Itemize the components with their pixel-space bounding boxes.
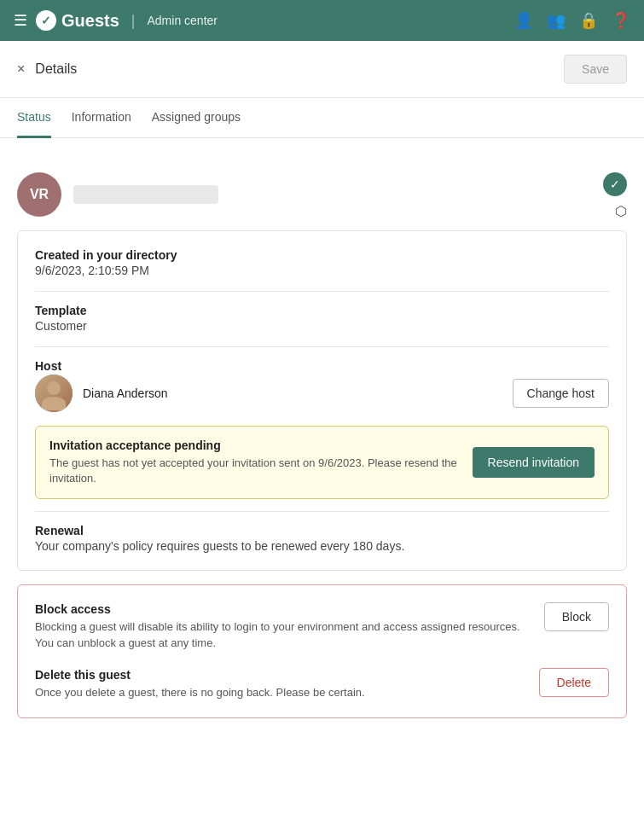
invitation-desc: The guest has not yet accepted your invi… (49, 456, 459, 486)
block-text: Block access Blocking a guest will disab… (35, 602, 531, 650)
delete-guest-row: Delete this guest Once you delete a gues… (35, 668, 609, 700)
verified-badge: ✓ (603, 172, 627, 196)
save-button[interactable]: Save (564, 55, 627, 84)
info-card: Created in your directory 9/6/2023, 2:10… (17, 230, 627, 571)
nav-icons: 👤 👥 🔒 ❓ (514, 11, 630, 30)
close-button[interactable]: × (17, 61, 25, 77)
top-navigation: ☰ Guests | Admin center 👤 👥 🔒 ❓ (0, 0, 644, 41)
block-label: Block access (35, 602, 531, 616)
block-desc: Blocking a guest will disable its abilit… (35, 619, 531, 650)
invitation-banner: Invitation acceptance pending The guest … (35, 426, 609, 499)
header-bar: × Details Save (0, 41, 644, 98)
external-link-icon[interactable]: ⬡ (615, 203, 627, 219)
main-content: ✓ ⬡ VR Created in your directory 9/6/202… (0, 138, 644, 818)
renewal-value: Your company's policy requires guests to… (35, 539, 609, 553)
divider-2 (35, 346, 609, 347)
template-value: Customer (35, 319, 609, 333)
hamburger-menu[interactable]: ☰ (14, 11, 27, 30)
avatar: VR (17, 172, 61, 217)
people-icon[interactable]: 👤 (514, 11, 533, 30)
delete-button[interactable]: Delete (539, 668, 609, 697)
name-placeholder (73, 185, 218, 204)
tab-status[interactable]: Status (17, 98, 51, 138)
app-name: Guests (61, 11, 119, 31)
danger-zone-card: Block access Blocking a guest will disab… (17, 584, 627, 718)
nav-divider: | (131, 12, 136, 30)
host-avatar (35, 375, 73, 412)
tab-information[interactable]: Information (72, 98, 131, 138)
block-button[interactable]: Block (544, 602, 609, 631)
tab-assigned-groups[interactable]: Assigned groups (152, 98, 241, 138)
created-value: 9/6/2023, 2:10:59 PM (35, 264, 609, 277)
template-row: Template Customer (35, 304, 609, 333)
host-row: Host Diana Anderson Change host (35, 359, 609, 412)
delete-label: Delete this guest (35, 668, 525, 682)
help-icon[interactable]: ❓ (612, 11, 630, 30)
divider-1 (35, 291, 609, 292)
host-label: Host (35, 359, 609, 373)
delete-text: Delete this guest Once you delete a gues… (35, 668, 525, 700)
verified-icon: ✓ (603, 172, 627, 196)
template-label: Template (35, 304, 609, 317)
app-logo: Guests (36, 10, 119, 31)
created-label: Created in your directory (35, 248, 609, 262)
host-info-row: Diana Anderson Change host (35, 375, 609, 412)
invitation-text: Invitation acceptance pending The guest … (49, 439, 459, 486)
host-left: Diana Anderson (35, 375, 168, 412)
user-shield-icon[interactable]: 🔒 (579, 11, 598, 30)
divider-3 (35, 511, 609, 512)
created-row: Created in your directory 9/6/2023, 2:10… (35, 248, 609, 277)
delete-desc: Once you delete a guest, there is no goi… (35, 685, 525, 700)
block-access-row: Block access Blocking a guest will disab… (35, 602, 609, 650)
change-host-button[interactable]: Change host (513, 379, 609, 408)
renewal-row: Renewal Your company's policy requires g… (35, 524, 609, 553)
host-avatar-image (35, 375, 73, 412)
nav-section: Admin center (148, 14, 218, 27)
tabs-bar: Status Information Assigned groups (0, 98, 644, 138)
host-name: Diana Anderson (83, 386, 168, 400)
invitation-title: Invitation acceptance pending (49, 439, 459, 452)
resend-invitation-button[interactable]: Resend invitation (473, 447, 595, 478)
group-icon[interactable]: 👥 (547, 11, 566, 30)
page-title: Details (35, 61, 77, 77)
profile-section: ✓ ⬡ VR (17, 172, 627, 217)
logo-checkmark (36, 10, 56, 31)
renewal-label: Renewal (35, 524, 609, 537)
